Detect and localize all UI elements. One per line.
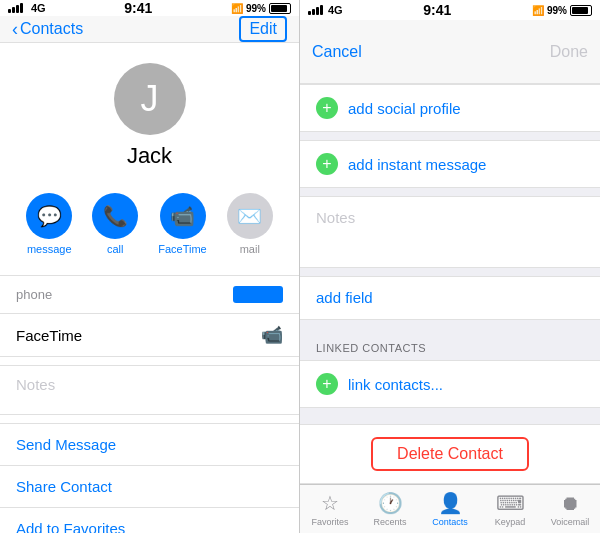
add-field-label: add field [316, 289, 373, 306]
send-message-link[interactable]: Send Message [0, 424, 299, 466]
contacts-icon-right: 👤 [438, 491, 463, 515]
mail-action[interactable]: ✉️ mail [227, 193, 273, 255]
status-left: 4G [8, 2, 46, 14]
time-left: 9:41 [124, 0, 152, 16]
battery-icon-left [269, 3, 291, 14]
status-left-right: 4G [308, 4, 343, 16]
time-right: 9:41 [423, 2, 451, 18]
edit-button[interactable]: Edit [239, 16, 287, 42]
bar2r [312, 9, 315, 15]
right-content: + add social profile + add instant messa… [300, 84, 600, 484]
bar1r [308, 11, 311, 15]
facetime-video-icon: 📹 [261, 324, 283, 346]
add-instant-section: + add instant message [300, 140, 600, 188]
message-action[interactable]: 💬 message [26, 193, 72, 255]
message-icon: 💬 [26, 193, 72, 239]
phone-section: phone FaceTime 📹 [0, 275, 299, 357]
add-instant-row[interactable]: + add instant message [300, 141, 600, 187]
link-contacts-plus-icon: + [316, 373, 338, 395]
left-panel: 4G 9:41 📶 99% ‹ Contacts Edit J Jack 💬 m… [0, 0, 300, 533]
bar4 [20, 3, 23, 13]
tab-recents-right[interactable]: 🕐 Recents [360, 491, 420, 527]
avatar: J [114, 63, 186, 135]
recents-icon-right: 🕐 [378, 491, 403, 515]
nav-bar-left: ‹ Contacts Edit [0, 16, 299, 43]
add-social-plus-icon: + [316, 97, 338, 119]
add-social-label: add social profile [348, 100, 461, 117]
add-social-row[interactable]: + add social profile [300, 85, 600, 131]
tab-contacts-right[interactable]: 👤 Contacts [420, 491, 480, 527]
right-nav-bar: Cancel Done [300, 20, 600, 84]
notes-input-placeholder: Notes [316, 209, 355, 226]
mail-icon: ✉️ [227, 193, 273, 239]
link-contacts-label: link contacts... [348, 376, 443, 393]
contact-header: J Jack [0, 43, 299, 181]
bar3 [16, 5, 19, 13]
back-label: Contacts [20, 20, 83, 38]
phone-row: phone [0, 276, 299, 314]
signal-bars [8, 3, 23, 13]
contacts-label-right: Contacts [432, 517, 468, 527]
facetime-row-label: FaceTime [16, 327, 82, 344]
facetime-label: FaceTime [158, 243, 207, 255]
cancel-button[interactable]: Cancel [312, 43, 362, 61]
wifi-icon: 📶 [231, 3, 243, 14]
chevron-left-icon: ‹ [12, 19, 18, 40]
phone-label: phone [16, 287, 52, 302]
add-instant-plus-icon: + [316, 153, 338, 175]
battery-fill-right [572, 7, 588, 14]
keypad-label-right: Keypad [495, 517, 526, 527]
battery-pct-right: 99% [547, 5, 567, 16]
network-right: 4G [328, 4, 343, 16]
favorites-label-right: Favorites [311, 517, 348, 527]
status-right-left: 📶 99% [231, 3, 291, 14]
notes-placeholder-left: Notes [16, 376, 55, 393]
done-button: Done [550, 43, 588, 61]
add-profile-section: + add social profile [300, 84, 600, 132]
share-contact-link[interactable]: Share Contact [0, 466, 299, 508]
delete-section: Delete Contact [300, 424, 600, 484]
link-section: Send Message Share Contact Add to Favori… [0, 423, 299, 533]
mail-label: mail [240, 243, 260, 255]
link-contacts-row[interactable]: + link contacts... [300, 361, 600, 407]
status-bar-left: 4G 9:41 📶 99% [0, 0, 299, 16]
message-label: message [27, 243, 72, 255]
action-row: 💬 message 📞 call 📹 FaceTime ✉️ mail [0, 181, 299, 267]
battery-fill-left [271, 5, 287, 12]
facetime-icon: 📹 [160, 193, 206, 239]
facetime-row: FaceTime 📹 [0, 314, 299, 356]
battery-pct-left: 99% [246, 3, 266, 14]
status-bar-right: 4G 9:41 📶 99% [300, 0, 600, 20]
status-right-right: 📶 99% [532, 5, 592, 16]
bar4r [320, 5, 323, 15]
notes-section-left: Notes [0, 365, 299, 415]
tab-favorites-right[interactable]: ☆ Favorites [300, 491, 360, 527]
add-to-favorites-link[interactable]: Add to Favorites [0, 508, 299, 533]
tab-keypad-right[interactable]: ⌨ Keypad [480, 491, 540, 527]
avatar-initial: J [141, 78, 159, 120]
tab-bar-right: ☆ Favorites 🕐 Recents 👤 Contacts ⌨ Keypa… [300, 484, 600, 533]
bar3r [316, 7, 319, 15]
signal-bars-right [308, 5, 323, 15]
bar2 [12, 7, 15, 13]
contact-name: Jack [127, 143, 172, 169]
voicemail-icon-right: ⏺ [560, 492, 580, 515]
keypad-icon-right: ⌨ [496, 491, 525, 515]
back-button[interactable]: ‹ Contacts [12, 19, 83, 40]
add-instant-label: add instant message [348, 156, 486, 173]
linked-contacts-header: LINKED CONTACTS [300, 336, 600, 360]
call-label: call [107, 243, 124, 255]
delete-contact-button[interactable]: Delete Contact [371, 437, 529, 471]
call-icon: 📞 [92, 193, 138, 239]
battery-icon-right [570, 5, 592, 16]
linked-contacts-section: + link contacts... [300, 360, 600, 408]
recents-label-right: Recents [373, 517, 406, 527]
call-action[interactable]: 📞 call [92, 193, 138, 255]
tab-voicemail-right[interactable]: ⏺ Voicemail [540, 492, 600, 527]
right-panel: 4G 9:41 📶 99% Cancel Done + add social p… [300, 0, 600, 533]
network-left: 4G [31, 2, 46, 14]
notes-input-section[interactable]: Notes [300, 196, 600, 268]
facetime-action[interactable]: 📹 FaceTime [158, 193, 207, 255]
add-field-section[interactable]: add field [300, 276, 600, 320]
bar1 [8, 9, 11, 13]
